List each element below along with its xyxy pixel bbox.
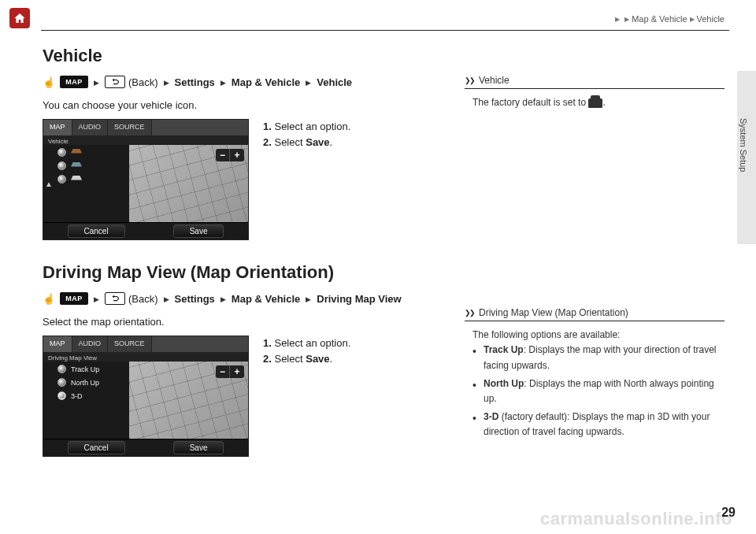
vehicle-option-3 — [48, 175, 124, 184]
side-section-label: System Setup — [739, 118, 748, 172]
header-rule — [41, 30, 729, 31]
back-icon — [105, 292, 125, 305]
path-map-vehicle: Map & Vehicle — [232, 76, 300, 88]
back-label: (Back) — [128, 76, 158, 88]
watermark: carmanualsonline.info — [540, 509, 732, 529]
sb-intro: The following options are available: — [472, 328, 724, 343]
sidebar-header-driving: Driving Map View (Map Orientation) — [465, 307, 724, 321]
map-badge: MAP — [60, 76, 88, 88]
section2-desc: Select the map orientation. — [43, 316, 452, 328]
ss-save-button: Save — [173, 441, 224, 454]
step2ba-text: Select — [274, 353, 306, 365]
hand-icon — [43, 76, 57, 88]
option-3d: 3-D — [48, 391, 124, 400]
ss-cancel-button: Cancel — [68, 441, 125, 454]
back-icon — [105, 76, 125, 88]
steps-vehicle: 1. Select an option. 2. Select Save. — [263, 119, 350, 240]
breadcrumb-a: Map & Vehicle — [632, 14, 687, 24]
screenshot-driving: MAP AUDIO SOURCE Driving Map View Track … — [43, 336, 249, 457]
step2bb-text: Save — [306, 353, 329, 365]
home-button[interactable] — [9, 8, 30, 28]
option-north-up: North Up — [48, 378, 124, 387]
zoom-in-icon: + — [230, 365, 244, 378]
zoom-control: −+ — [216, 365, 244, 378]
ss-tab-map: MAP — [43, 120, 72, 135]
zoom-control: −+ — [216, 149, 244, 161]
path-settings: Settings — [175, 293, 215, 305]
step2a-text: Select — [274, 136, 306, 148]
home-icon — [13, 12, 26, 24]
back-label: (Back) — [128, 293, 158, 305]
path-map-vehicle: Map & Vehicle — [232, 293, 300, 305]
map-badge: MAP — [60, 292, 88, 305]
zoom-in-icon: + — [230, 149, 244, 161]
ss-tab-map: MAP — [43, 336, 72, 352]
ss-save-button: Save — [173, 224, 224, 238]
section-title-vehicle: Vehicle — [43, 46, 452, 66]
page-number: 29 — [721, 506, 736, 520]
breadcrumb: Map & VehicleVehicle — [613, 14, 724, 24]
step2b-text: Save — [306, 136, 329, 148]
sidebar-header-vehicle: Vehicle — [465, 75, 724, 89]
arrow-up-icon: ▲ — [45, 180, 53, 188]
sidebar-body-driving: The following options are available: Tra… — [465, 328, 724, 439]
step1b-text: Select an option. — [274, 337, 350, 349]
path-settings: Settings — [175, 76, 215, 88]
ss-tab-source: SOURCE — [108, 120, 152, 135]
screenshot-vehicle: MAP AUDIO SOURCE Vehicle ▲ −+ Cancel — [43, 119, 249, 240]
ss-cancel-button: Cancel — [68, 224, 125, 238]
path-driving: Driving Map View — [317, 293, 401, 305]
sb-option-north: North Up: Displays the map with North al… — [472, 376, 724, 406]
step2c-text: . — [330, 136, 333, 148]
sidebar-body-vehicle: The factory default is set to . — [465, 95, 724, 110]
vehicle-option-2 — [48, 161, 124, 170]
sb-option-track: Track Up: Displays the map with your dir… — [472, 343, 724, 373]
option-track-up: Track Up — [48, 365, 124, 373]
sb-option-3d: 3-D (factory default): Displays the map … — [472, 410, 724, 439]
nav-path-driving: MAP (Back) Settings Map & Vehicle Drivin… — [43, 292, 452, 305]
ss-tab-source: SOURCE — [108, 336, 152, 352]
steps-driving: 1. Select an option. 2. Select Save. — [263, 336, 350, 457]
step2bc-text: . — [330, 353, 333, 365]
section-title-driving: Driving Map View (Map Orientation) — [43, 262, 452, 283]
hand-icon — [43, 293, 57, 305]
nav-path-vehicle: MAP (Back) Settings Map & Vehicle Vehicl… — [43, 76, 452, 88]
path-vehicle: Vehicle — [317, 76, 352, 88]
ss-tab-audio: AUDIO — [72, 120, 109, 135]
step1-text: Select an option. — [274, 121, 350, 132]
vehicle-option-1 — [48, 148, 124, 157]
car-icon — [588, 98, 602, 108]
zoom-out-icon: − — [216, 365, 230, 378]
breadcrumb-b: Vehicle — [697, 14, 724, 24]
section1-desc: You can choose your vehicle icon. — [43, 99, 452, 111]
zoom-out-icon: − — [216, 149, 230, 161]
ss-tab-audio: AUDIO — [72, 336, 109, 352]
